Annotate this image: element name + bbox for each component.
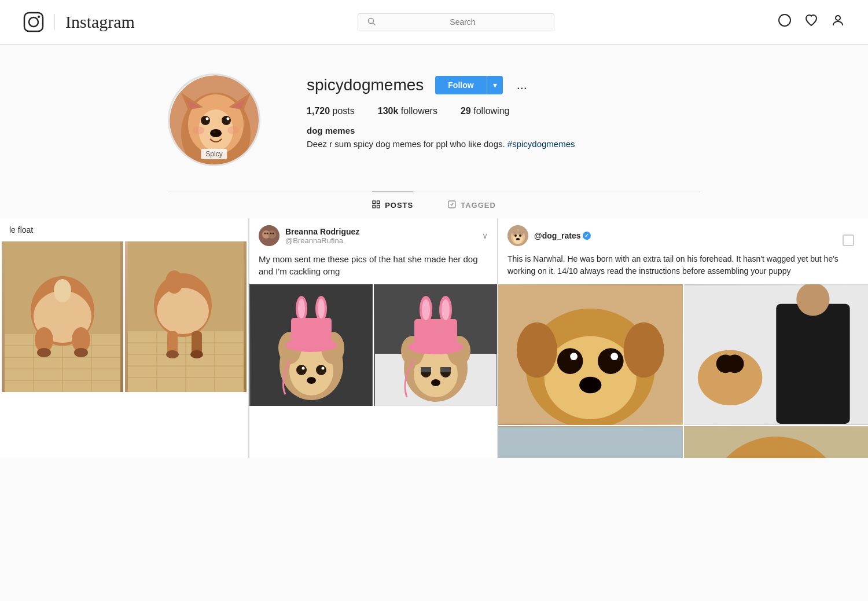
bio-display-name: dog memes [307, 126, 700, 135]
posts-count: 1,720 [307, 106, 330, 116]
svg-point-60 [268, 230, 276, 239]
bio-text: Deez r sum spicy dog memes for ppl who l… [307, 138, 700, 151]
avatar-wrapper: Spicy [168, 74, 260, 166]
corgi-right-image [128, 241, 244, 392]
post-middle-userinfo: Breanna Rodriguez @BreannaRufina [285, 227, 359, 245]
svg-point-61 [264, 233, 266, 234]
puppy-close-svg [684, 426, 869, 458]
svg-point-75 [318, 299, 325, 318]
post-middle-images [249, 284, 497, 406]
svg-point-56 [166, 350, 179, 358]
profile-tabs: POSTS TAGGED [168, 192, 700, 218]
narwhal-image-4 [684, 426, 869, 458]
search-icon [367, 17, 376, 27]
profile-username-row: spicydogmemes Follow ▾ ... [307, 76, 700, 94]
post-right-user: @dog_rates ✓ [507, 225, 591, 246]
svg-point-63 [270, 233, 272, 234]
svg-point-76 [296, 365, 307, 375]
svg-point-105 [516, 238, 520, 240]
instagram-wordmark: Instagram [65, 12, 135, 32]
svg-point-104 [519, 234, 521, 237]
profile-top: Spicy spicydogmemes Follow ▾ ... 1,720 p… [168, 74, 700, 166]
svg-rect-22 [377, 201, 380, 204]
posts-stat: 1,720 posts [307, 106, 355, 116]
svg-rect-122 [498, 427, 683, 458]
tab-tagged[interactable]: TAGGED [448, 192, 496, 218]
svg-rect-96 [440, 367, 451, 372]
svg-point-18 [212, 131, 216, 133]
post-right-caption: This is Narwhal. He was born with an ext… [498, 253, 868, 284]
search-area [135, 13, 778, 31]
followers-label: followers [401, 106, 437, 116]
corgi-left-image [5, 241, 120, 392]
profile-username: spicydogmemes [307, 76, 424, 94]
post-middle-handle: @BreannaRufina [285, 236, 359, 245]
post-right-header: @dog_rates ✓ [498, 218, 868, 253]
instagram-logo-icon [23, 12, 44, 32]
narwhal-image-3 [498, 426, 683, 458]
puppy-grey-svg [498, 426, 683, 458]
followers-count: 130k [378, 106, 399, 116]
follow-button[interactable]: Follow [435, 76, 486, 94]
svg-rect-24 [377, 206, 380, 208]
breanna-avatar [259, 225, 279, 246]
svg-point-37 [54, 279, 71, 302]
svg-point-41 [74, 348, 88, 357]
more-options-button[interactable]: ... [517, 78, 527, 93]
grid-icon [372, 200, 380, 210]
heart-icon[interactable] [804, 13, 818, 31]
svg-point-2 [38, 16, 40, 18]
post-middle: Breanna Rodriguez @BreannaRufina ∨ My mo… [249, 218, 498, 458]
svg-point-17 [210, 129, 222, 137]
search-box[interactable] [358, 13, 554, 31]
svg-point-90 [422, 299, 430, 320]
hat-dog-image-right [374, 284, 497, 406]
svg-point-103 [514, 234, 517, 237]
post-middle-username: Breanna Rodriguez [285, 227, 359, 236]
following-stat: 29 following [461, 106, 510, 116]
svg-rect-21 [373, 201, 376, 204]
profile-icon[interactable] [831, 13, 845, 31]
svg-point-73 [298, 299, 305, 318]
svg-point-115 [624, 323, 664, 378]
profile-container: Spicy spicydogmemes Follow ▾ ... 1,720 p… [156, 74, 712, 218]
svg-point-5 [779, 14, 790, 26]
posts-label: posts [333, 106, 355, 116]
post-checkbox[interactable] [843, 234, 854, 246]
tagged-icon [448, 200, 456, 210]
svg-point-111 [570, 353, 578, 360]
follow-dropdown-button[interactable]: ▾ [487, 76, 503, 94]
svg-point-77 [316, 365, 326, 375]
tab-posts[interactable]: POSTS [372, 192, 413, 218]
post-left-partial: le float [0, 218, 249, 458]
post-middle-header: Breanna Rodriguez @BreannaRufina ∨ [249, 218, 497, 253]
svg-point-20 [227, 126, 239, 134]
post-partial-label: le float [0, 218, 248, 241]
header-divider [54, 14, 55, 30]
bio-hashtag[interactable]: #spicydogmemes [507, 139, 575, 149]
tagged-tab-label: TAGGED [461, 201, 496, 210]
narwhal-image-1 [498, 284, 683, 425]
svg-line-4 [373, 23, 376, 25]
svg-rect-94 [421, 367, 431, 372]
svg-point-7 [836, 16, 840, 20]
svg-point-14 [222, 116, 231, 125]
post-middle-chevron[interactable]: ∨ [482, 231, 488, 240]
compass-icon[interactable] [778, 13, 792, 31]
dog-rates-avatar-image [507, 225, 528, 246]
svg-point-13 [201, 116, 210, 125]
posts-tab-label: POSTS [385, 201, 413, 210]
svg-point-15 [206, 118, 209, 120]
post-right-userinfo: @dog_rates ✓ [534, 231, 591, 240]
human-dog-svg [684, 284, 869, 425]
dog-rates-avatar [507, 225, 528, 246]
profile-stats: 1,720 posts 130k followers 29 following [307, 106, 700, 116]
posts-area: le float [0, 218, 868, 458]
following-label: following [473, 106, 509, 116]
search-input[interactable] [380, 17, 545, 27]
hat-dog-right-svg [375, 284, 496, 406]
header-nav-icons [778, 13, 845, 31]
svg-marker-6 [782, 18, 787, 23]
narwhal-image-2 [684, 284, 869, 425]
follow-button-group: Follow ▾ [435, 76, 502, 94]
